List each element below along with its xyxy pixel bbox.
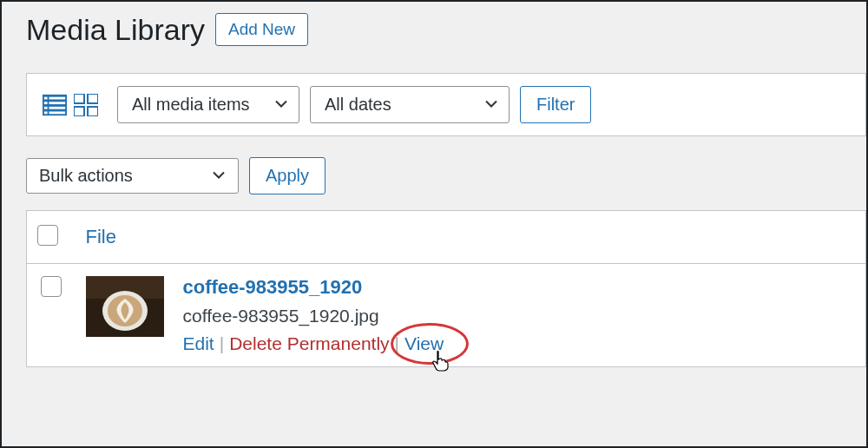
svg-rect-3 — [44, 102, 48, 104]
chevron-down-icon — [484, 95, 498, 115]
svg-rect-1 — [44, 96, 48, 99]
svg-rect-10 — [88, 94, 98, 103]
table-row: coffee-983955_1920 coffee-983955_1920.jp… — [27, 264, 866, 367]
add-new-button[interactable]: Add New — [215, 13, 308, 46]
delete-permanently-link[interactable]: Delete Permanently — [229, 333, 389, 354]
filter-button[interactable]: Filter — [520, 86, 591, 123]
svg-rect-9 — [74, 94, 84, 103]
svg-rect-5 — [44, 107, 48, 109]
grid-view-icon[interactable] — [74, 93, 98, 117]
svg-rect-11 — [74, 107, 84, 116]
svg-rect-7 — [44, 111, 48, 114]
file-name: coffee-983955_1920.jpg — [183, 306, 444, 326]
media-table: File — [26, 210, 866, 367]
svg-rect-12 — [88, 107, 98, 116]
select-all-checkbox[interactable] — [37, 225, 58, 246]
row-actions: Edit | Delete Permanently | View — [183, 333, 444, 354]
media-type-selected: All media items — [132, 95, 250, 115]
file-title[interactable]: coffee-983955_1920 — [183, 276, 444, 299]
svg-rect-6 — [49, 107, 65, 109]
column-file[interactable]: File — [86, 226, 116, 247]
list-view-icon[interactable] — [43, 93, 67, 117]
date-selected: All dates — [325, 95, 391, 115]
chevron-down-icon — [212, 166, 226, 186]
row-checkbox[interactable] — [41, 276, 62, 297]
svg-rect-4 — [49, 102, 65, 104]
date-select[interactable]: All dates — [310, 86, 510, 123]
media-type-select[interactable]: All media items — [117, 86, 299, 123]
separator: | — [220, 333, 224, 354]
svg-rect-8 — [49, 111, 65, 114]
chevron-down-icon — [274, 95, 288, 115]
svg-rect-2 — [49, 96, 65, 99]
separator: | — [395, 333, 399, 354]
edit-link[interactable]: Edit — [183, 333, 214, 354]
bulk-actions-select[interactable]: Bulk actions — [26, 158, 239, 194]
filter-bar: All media items All dates Filter — [26, 73, 866, 136]
bulk-selected: Bulk actions — [39, 166, 133, 185]
apply-button[interactable]: Apply — [249, 157, 326, 194]
page-title: Media Library — [26, 10, 205, 49]
view-link[interactable]: View — [404, 333, 444, 353]
media-thumbnail[interactable] — [86, 276, 164, 337]
